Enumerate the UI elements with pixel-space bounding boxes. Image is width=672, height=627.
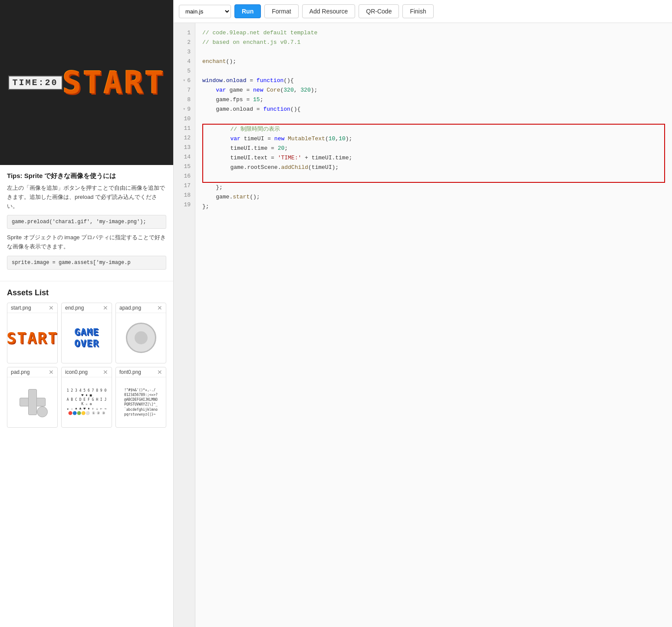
- start-image: START: [7, 329, 57, 347]
- line-num-10: 10: [174, 114, 195, 124]
- highlight-box: // 制限時間の表示 var timeUI = new MutableText(…: [202, 124, 665, 183]
- asset-preview-pad: [7, 377, 57, 427]
- icon0-image: 1 2 3 4 5 6 7 8 9 0 ♥ ♦ ■ A B C D E F G …: [65, 389, 108, 416]
- file-selector[interactable]: main.js: [179, 5, 231, 18]
- right-panel: main.js Run Format Add Resource QR-Code …: [174, 0, 672, 627]
- timer-display: TIME:20: [8, 76, 63, 90]
- format-button[interactable]: Format: [264, 4, 298, 18]
- code-line-15: game.rootScene.addChild(timeUI);: [203, 163, 664, 172]
- line-num-7: 7: [174, 86, 195, 95]
- pad-image: [15, 387, 50, 417]
- line-num-11: 11: [174, 124, 195, 133]
- asset-close-pad[interactable]: ✕: [49, 369, 54, 375]
- asset-preview-apad: [116, 313, 166, 363]
- font0-image: !"#$%&'()*+,-./ 0123456789:;<=>? @ABCDEF…: [124, 388, 158, 417]
- code-line-3: [202, 47, 665, 57]
- line-num-9: ▾9: [174, 105, 195, 114]
- line-num-5: 5: [174, 66, 195, 76]
- line-numbers: 1 2 3 4 5 ▾6 7 8 ▾9 10 11 12 13 14 15 16…: [174, 23, 195, 627]
- tips-section: Tips: Sprite で好きな画像を使うには 左上の「画像を追加」ボタンを押…: [0, 165, 173, 281]
- tips-snippet-2: sprite.image = game.assets['my-image.p: [7, 256, 166, 270]
- code-line-11: // 制限時間の表示: [203, 125, 664, 134]
- code-line-17: };: [202, 183, 665, 192]
- line-num-1: 1: [174, 28, 195, 38]
- line-num-2: 2: [174, 38, 195, 47]
- apad-image: [126, 323, 156, 353]
- code-line-16: [203, 172, 664, 182]
- code-line-7: var game = new Core(320, 320);: [202, 86, 665, 95]
- tips-snippet-1: game.preload('chara1.gif', 'my-image.png…: [7, 215, 166, 229]
- asset-name-pad: pad.png: [11, 369, 30, 375]
- asset-preview-icon0: 1 2 3 4 5 6 7 8 9 0 ♥ ♦ ■ A B C D E F G …: [62, 377, 112, 427]
- code-line-12: var timeUI = new MutableText(10,10);: [203, 134, 664, 144]
- asset-close-icon0[interactable]: ✕: [103, 369, 108, 375]
- code-content[interactable]: // code.9leap.net default template // ba…: [195, 23, 672, 627]
- game-preview: TIME:20 START: [0, 0, 173, 165]
- finish-button[interactable]: Finish: [402, 4, 433, 18]
- tips-text: 左上の「画像を追加」ボタンを押すことで自由に画像を追加できます。追加した画像は、…: [7, 184, 166, 211]
- run-button[interactable]: Run: [234, 4, 261, 18]
- assets-section: Assets List start.png ✕ START end.png ✕: [0, 281, 173, 435]
- start-label: START: [63, 64, 165, 101]
- asset-name-end: end.png: [65, 305, 84, 311]
- apad-inner: [135, 331, 148, 344]
- assets-grid: start.png ✕ START end.png ✕ GAMEOVER: [7, 303, 166, 428]
- asset-close-font0[interactable]: ✕: [157, 369, 162, 375]
- add-resource-button[interactable]: Add Resource: [302, 4, 356, 18]
- pad-cross: [20, 389, 46, 415]
- asset-header-apad: apad.png ✕: [116, 303, 166, 313]
- code-line-1: // code.9leap.net default template: [202, 28, 665, 38]
- asset-card-icon0: icon0.png ✕ 1 2 3 4 5 6 7 8 9 0 ♥ ♦ ■ A …: [61, 367, 112, 428]
- asset-card-start: start.png ✕ START: [7, 303, 58, 363]
- code-line-8: game.fps = 15;: [202, 95, 665, 105]
- tips-text-2: Sprite オブジェクトの image プロパティに指定することで好きな画像を…: [7, 233, 166, 251]
- code-line-4: enchant();: [202, 57, 665, 66]
- asset-card-apad: apad.png ✕: [115, 303, 166, 363]
- code-line-6: window.onload = function(){: [202, 76, 665, 86]
- asset-header-font0: font0.png ✕: [116, 367, 166, 377]
- asset-close-apad[interactable]: ✕: [157, 305, 162, 311]
- code-editor[interactable]: 1 2 3 4 5 ▾6 7 8 ▾9 10 11 12 13 14 15 16…: [174, 23, 672, 627]
- asset-header-pad: pad.png ✕: [7, 367, 57, 377]
- code-line-18: game.start();: [202, 192, 665, 202]
- pad-circle: [37, 406, 48, 417]
- asset-card-pad: pad.png ✕: [7, 367, 58, 428]
- line-num-3: 3: [174, 47, 195, 57]
- asset-name-apad: apad.png: [119, 305, 141, 311]
- code-line-2: // based on enchant.js v0.7.1: [202, 38, 665, 47]
- asset-preview-font0: !"#$%&'()*+,-./ 0123456789:;<=>? @ABCDEF…: [116, 377, 166, 427]
- line-num-18: 18: [174, 191, 195, 200]
- asset-header-start: start.png ✕: [7, 303, 57, 313]
- asset-close-start[interactable]: ✕: [49, 305, 54, 311]
- assets-title: Assets List: [7, 288, 166, 297]
- line-num-8: 8: [174, 95, 195, 105]
- asset-header-end: end.png ✕: [62, 303, 112, 313]
- asset-name-font0: font0.png: [119, 369, 141, 375]
- tips-title: Tips: Sprite で好きな画像を使うには: [7, 172, 166, 180]
- line-num-16: 16: [174, 172, 195, 181]
- line-num-6: ▾6: [174, 76, 195, 86]
- asset-preview-start: START: [7, 313, 57, 363]
- asset-name-icon0: icon0.png: [65, 369, 88, 375]
- asset-close-end[interactable]: ✕: [103, 305, 108, 311]
- asset-preview-end: GAMEOVER: [62, 313, 112, 363]
- line-num-12: 12: [174, 133, 195, 143]
- line-num-4: 4: [174, 57, 195, 66]
- qr-code-button[interactable]: QR-Code: [359, 4, 399, 18]
- line-num-15: 15: [174, 162, 195, 172]
- editor-toolbar: main.js Run Format Add Resource QR-Code …: [174, 0, 672, 23]
- code-text-2: // based on enchant.js v0.7.1: [202, 38, 300, 47]
- pad-vertical: [28, 389, 37, 415]
- line-num-14: 14: [174, 152, 195, 162]
- left-panel: TIME:20 START Tips: Sprite で好きな画像を使うには 左…: [0, 0, 174, 627]
- line-num-13: 13: [174, 143, 195, 152]
- code-line-13: timeUI.time = 20;: [203, 144, 664, 153]
- line-num-19: 19: [174, 200, 195, 210]
- code-line-14: timeUI.text = 'TIME:' + timeUI.time;: [203, 153, 664, 163]
- code-line-19: };: [202, 202, 665, 211]
- code-enchant: enchant: [202, 57, 226, 66]
- gameover-image: GAMEOVER: [74, 327, 99, 350]
- code-line-9: game.onload = function(){: [202, 105, 665, 114]
- asset-card-font0: font0.png ✕ !"#$%&'()*+,-./ 0123456789:;…: [115, 367, 166, 428]
- asset-header-icon0: icon0.png ✕: [62, 367, 112, 377]
